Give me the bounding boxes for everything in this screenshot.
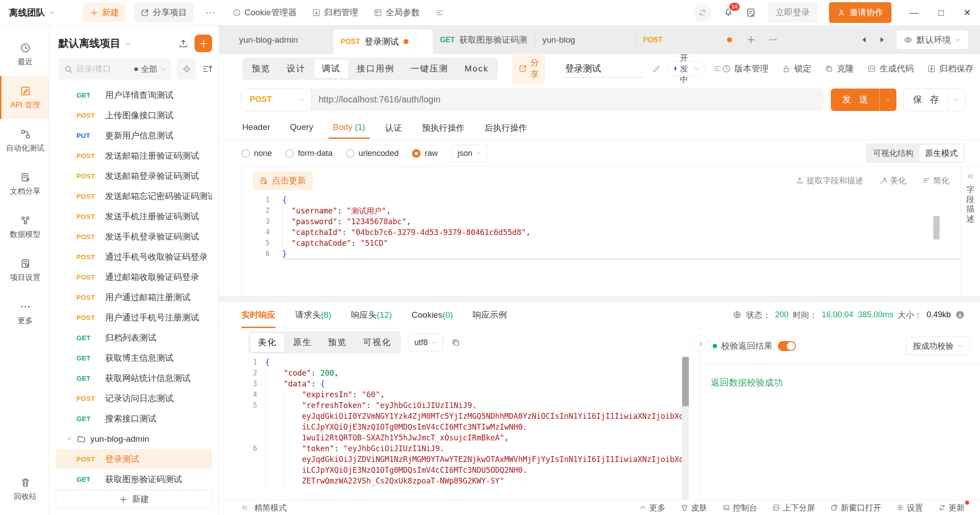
search-box[interactable]: 全部 — [58, 58, 171, 80]
view-mode-tab[interactable]: 调试 — [314, 59, 348, 78]
api-list-item[interactable]: GET 获取博主信息测试 — [56, 348, 212, 368]
compact-mode-label[interactable]: 精简模式 — [254, 502, 287, 513]
project-title[interactable]: 默认离线项目 — [58, 36, 120, 50]
nav-rail-item[interactable]: API 管理 — [0, 76, 49, 119]
api-list-item[interactable]: GET 获取图形验证码测试 — [56, 469, 212, 486]
nav-rail-item-trash[interactable]: 回收站 — [0, 467, 49, 511]
view-mode-tab[interactable]: 设计 — [279, 59, 313, 78]
statusbar-action[interactable]: 控制台 — [723, 502, 757, 513]
click-update-button[interactable]: 点击更新 — [253, 171, 313, 190]
response-scrollbar[interactable] — [682, 357, 689, 500]
request-section-tab[interactable]: 认证 — [384, 119, 403, 140]
filter-select[interactable]: 全部 — [134, 64, 166, 75]
new-button[interactable]: 新建 — [83, 3, 126, 22]
invite-button[interactable]: 邀请协作 — [829, 2, 891, 23]
minimize-button[interactable]: — — [909, 8, 918, 18]
view-mode-tab[interactable]: 美化 — [250, 333, 284, 352]
view-mode-tab[interactable]: 接口用例 — [349, 59, 402, 78]
code-line[interactable]: 1wuIi2RtQRTOB-SXAZh1Y5hJwJmcT_xOsujcIRmB… — [242, 432, 700, 443]
request-section-tab[interactable]: 预执行操作 — [421, 119, 466, 140]
toolbar-action[interactable]: 锁定 — [782, 63, 811, 75]
request-tab[interactable]: POST 登录测试 — [333, 29, 433, 54]
display-settings-icon[interactable] — [202, 64, 212, 74]
env-manage-button[interactable] — [435, 8, 444, 18]
titlebar-more-button[interactable]: ⋯ — [205, 7, 216, 18]
body-type-radio[interactable]: form-data — [285, 149, 333, 158]
body-type-radio[interactable]: raw — [412, 149, 438, 158]
code-line[interactable]: ZETrwQmzWA22VSh_Cs2QxUk8zpoaT-NWp89G2KWY… — [242, 475, 700, 486]
code-line[interactable]: 1{ — [242, 195, 960, 205]
send-button[interactable]: 发 送 — [831, 89, 896, 111]
simplify-button[interactable]: 简化 — [922, 175, 949, 186]
chevron-down-icon[interactable] — [879, 89, 896, 111]
body-code-editor[interactable]: 1{2"username": "测试用户",3"password": "1234… — [242, 195, 960, 296]
code-line[interactable]: 2"code": 200, — [242, 368, 700, 378]
code-line[interactable]: iLCJpYXQiOjE3NzQ1OTg0MDQsImV4cCI6MTc3NTI… — [242, 422, 700, 432]
api-list-item[interactable]: GET 获取网站统计信息测试 — [56, 368, 212, 388]
new-tab-button[interactable] — [746, 35, 756, 44]
titlebar-action[interactable]: 全局参数 — [373, 7, 420, 18]
maximize-button[interactable]: □ — [938, 8, 944, 18]
api-list-item[interactable]: POST 发送邮箱注册验证码测试 — [56, 146, 212, 166]
notifications-button[interactable]: 14 — [723, 6, 734, 19]
request-tab[interactable]: POST — [636, 26, 739, 54]
changelog-button[interactable] — [745, 7, 756, 18]
locate-current-button[interactable] — [177, 58, 196, 80]
code-line[interactable]: eyJqdGkiOiJjZDViNGM1NzRjMGM0YTAwYTE2Njkw… — [242, 454, 700, 465]
validation-toggle[interactable] — [778, 341, 796, 351]
api-list-item[interactable]: POST 发送邮箱忘记密码验证码测试 — [56, 186, 212, 206]
api-list-item[interactable]: POST 上传图像接口测试 — [56, 105, 212, 125]
code-line[interactable]: 5"captchaCode": "51CD" — [242, 238, 960, 249]
toolbar-action[interactable]: 克隆 — [825, 63, 854, 75]
request-tab[interactable]: GET 获取图形验证码测试 — [433, 26, 535, 54]
code-line[interactable]: 6} — [242, 249, 960, 259]
nav-rail-item[interactable]: 文档分享 — [0, 162, 49, 205]
body-view-mode[interactable]: 可视化结构 — [867, 145, 919, 162]
share-button[interactable]: 分享 — [512, 53, 545, 84]
edit-icon[interactable] — [652, 64, 661, 73]
api-status-select[interactable]: 开发中 — [668, 61, 705, 76]
api-list-item[interactable]: POST 发送手机注册验证码测试 — [56, 206, 212, 226]
add-api-button[interactable] — [195, 35, 212, 52]
api-list-item[interactable]: GET 搜索接口测试 — [56, 408, 212, 429]
code-line[interactable]: 6"token": "eyJhbGciOiJIUzI1NiJ9. — [242, 443, 700, 454]
url-input[interactable]: POST http://localhost:7616/auth/login — [241, 89, 824, 111]
collapse-left-icon[interactable] — [967, 173, 974, 180]
toolbar-action[interactable]: 版本管理 — [722, 63, 768, 75]
view-mode-tab[interactable]: 预览 — [320, 333, 355, 352]
code-line[interactable]: 5"refreshToken": "eyJhbGciOiJIUzI1NiJ9. — [242, 400, 700, 411]
tab-scroll-left-icon[interactable] — [860, 36, 868, 44]
body-type-radio[interactable]: urlencoded — [346, 149, 399, 158]
request-tab[interactable]: yun-blog — [535, 26, 636, 54]
collapse-panel-button[interactable] — [692, 335, 709, 352]
sync-button[interactable] — [693, 4, 711, 22]
code-line[interactable]: eyJqdGkiOiI0Y2VmNGY1Yzk4ZjM0MTc5YjIzMGQ5… — [242, 411, 700, 422]
environment-select[interactable]: 默认环境 — [896, 31, 968, 49]
view-mode-tab[interactable]: 预览 — [244, 59, 278, 78]
statusbar-action[interactable]: 皮肤 — [681, 502, 707, 513]
api-list-item[interactable]: POST 发送邮箱登录验证码测试 — [56, 166, 212, 186]
tab-scroll-right-icon[interactable] — [878, 36, 886, 44]
api-list-item[interactable]: POST 发送手机登录验证码测试 — [56, 226, 212, 247]
api-list-item[interactable]: POST 登录测试 — [56, 449, 212, 469]
editor-scrollbar[interactable] — [933, 195, 940, 296]
api-list-item[interactable]: POST 用户通过手机号注册测试 — [56, 307, 212, 328]
code-line[interactable]: iLCJpYXQiOjE3NzQ1OTg0MDQsImV4cCI6MTc3NDU… — [242, 465, 700, 475]
code-line[interactable]: 4"captchaId": "04bcb7c6-3279-4d53-9379-8… — [242, 227, 960, 238]
view-mode-tab[interactable]: 一键压测 — [403, 59, 456, 78]
statusbar-action[interactable]: 上下分屏 — [772, 502, 815, 513]
save-button[interactable]: 保 存 — [904, 89, 965, 111]
request-section-tab[interactable]: Header — [241, 119, 271, 138]
beautify-button[interactable]: 美化 — [879, 175, 906, 186]
body-view-mode[interactable]: 原生模式 — [919, 145, 963, 162]
view-mode-tab[interactable]: 原生 — [285, 333, 319, 352]
sidebar-new-button[interactable]: 新建 — [56, 490, 212, 509]
request-section-tab[interactable]: Body (1) — [332, 119, 366, 138]
statusbar-action[interactable]: 新窗口打开 — [830, 502, 881, 513]
toolbar-action[interactable]: 生成代码 — [867, 63, 913, 75]
encoding-select[interactable]: utf8 — [408, 334, 443, 351]
login-button[interactable]: 立即登录 — [768, 3, 817, 22]
download-icon[interactable] — [955, 310, 965, 320]
titlebar-action[interactable]: Cookie管理器 — [232, 7, 297, 18]
chevron-down-icon[interactable] — [948, 89, 964, 111]
